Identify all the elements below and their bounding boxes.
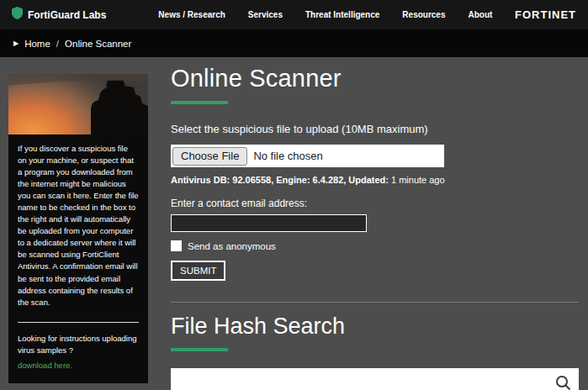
upload-instruction: Select the suspicious file to upload (10… — [171, 123, 579, 135]
nav-item-resources[interactable]: Resources — [402, 10, 445, 19]
fortiguard-brand[interactable]: FortiGuard Labs — [12, 7, 106, 23]
choose-file-button[interactable]: Choose File — [172, 147, 247, 166]
hash-search-box — [171, 368, 579, 390]
breadcrumb-home-link[interactable]: Home — [24, 39, 50, 49]
anonymous-label: Send as anonymous — [188, 241, 276, 251]
hash-search-input[interactable] — [177, 370, 548, 390]
file-upload-input[interactable]: Choose File No file chosen — [171, 145, 444, 167]
shield-icon — [12, 7, 23, 23]
top-navbar: FortiGuard Labs News / Research Services… — [0, 0, 588, 29]
fortinet-logo[interactable]: FORTINET — [515, 8, 576, 21]
antivirus-db-label: Antivirus DB: — [171, 175, 230, 185]
page-title: Online Scanner — [171, 65, 579, 92]
search-icon[interactable] — [555, 375, 571, 390]
nav-item-news-research[interactable]: News / Research — [158, 10, 225, 19]
email-input[interactable] — [171, 214, 367, 232]
breadcrumb-separator: / — [56, 39, 59, 49]
hash-search-title: File Hash Search — [171, 314, 579, 340]
antivirus-info: Antivirus DB:92.06558,Engine:6.4.282,Upd… — [171, 175, 579, 185]
sidebar-instructions-question: Looking for instructions uploading virus… — [8, 323, 148, 356]
anonymous-checkbox[interactable] — [171, 240, 182, 251]
nav-item-services[interactable]: Services — [248, 10, 283, 19]
nav-item-threat-intelligence[interactable]: Threat Intelligence — [305, 10, 379, 19]
info-sidebar: If you discover a suspicious file on you… — [8, 74, 148, 383]
main-content: Online Scanner Select the suspicious fil… — [171, 57, 579, 390]
brand-name: FortiGuard Labs — [28, 9, 106, 21]
antivirus-db-value: 92.06558, — [232, 175, 273, 185]
hash-title-accent-bar — [171, 348, 228, 351]
sidebar-photo — [8, 74, 148, 134]
breadcrumb: ▶ Home / Online Scanner — [0, 29, 588, 57]
download-here-link[interactable]: download here. — [8, 359, 82, 370]
engine-label: Engine: — [276, 175, 310, 185]
section-divider — [171, 302, 579, 303]
title-accent-bar — [171, 101, 228, 104]
nav-item-about[interactable]: About — [469, 10, 493, 19]
updated-value: 1 minute ago — [391, 175, 445, 185]
submit-button[interactable]: SUBMIT — [171, 261, 225, 281]
main-nav: News / Research Services Threat Intellig… — [158, 10, 492, 19]
email-label: Enter a contact email address: — [171, 198, 579, 209]
updated-label: Updated: — [348, 175, 389, 185]
file-chosen-status: No file chosen — [253, 150, 322, 162]
breadcrumb-arrow-icon: ▶ — [13, 40, 19, 47]
sidebar-description: If you discover a suspicious file on you… — [8, 134, 148, 308]
engine-value: 6.4.282, — [313, 175, 347, 185]
anonymous-row: Send as anonymous — [171, 240, 579, 251]
breadcrumb-current-page: Online Scanner — [65, 39, 131, 49]
